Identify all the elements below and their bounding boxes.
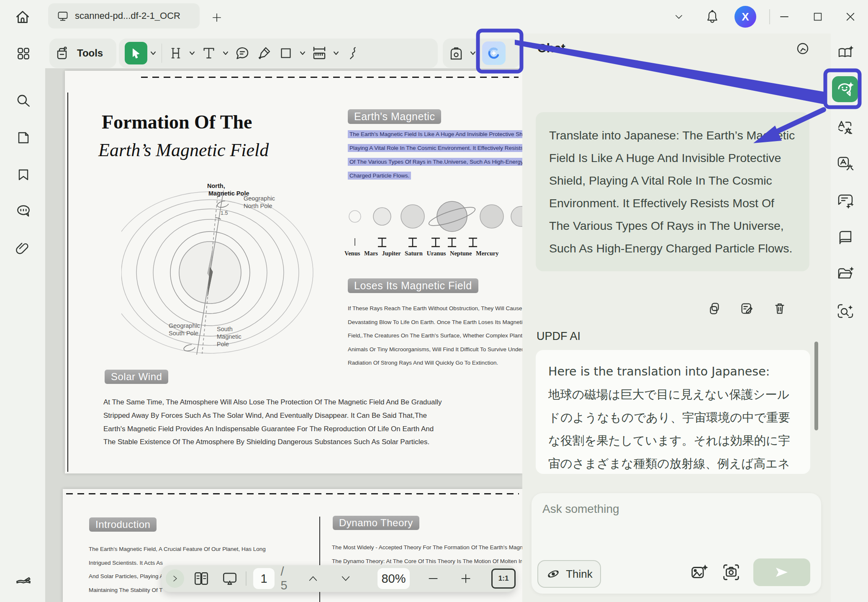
chat-history-button[interactable] [794, 39, 812, 58]
document-tab[interactable]: scanned-pd...df-2-1_OCR [48, 3, 200, 28]
presentation-button[interactable] [218, 567, 241, 590]
new-tab-button[interactable] [209, 10, 224, 25]
minus-icon [426, 572, 440, 585]
sidebar-panels-button[interactable] [13, 44, 33, 64]
zoom-out-button[interactable] [421, 567, 445, 590]
shape-tool-button[interactable] [275, 42, 297, 64]
section-badge-dynamo-theory: Dynamo Theory [333, 516, 419, 530]
think-label: Think [566, 568, 593, 581]
plus-icon [459, 572, 473, 585]
highlighted-line: Charged Particle Flows. [348, 172, 411, 180]
window-menu-button[interactable] [670, 8, 688, 26]
freehand-tool-button[interactable] [342, 42, 364, 64]
avatar[interactable]: X [734, 6, 756, 28]
next-page-button[interactable] [334, 567, 357, 590]
sidebar-bookmarks-button[interactable] [13, 165, 33, 185]
actual-size-button[interactable]: 1:1 [491, 569, 516, 589]
chat-input[interactable] [542, 502, 761, 549]
chevron-down-icon [222, 50, 229, 57]
ai-translate-text-button[interactable] [835, 118, 855, 138]
bookmark-icon [15, 166, 32, 183]
stamp-tool-dropdown[interactable] [467, 42, 479, 64]
sidebar-reader-button[interactable] [13, 567, 33, 587]
notifications-button[interactable] [703, 8, 722, 26]
chevron-up-icon [307, 572, 319, 585]
planet-uranus [480, 205, 503, 228]
pen-tool-button[interactable] [253, 42, 275, 64]
planets-caption: Venus Mars Jupiter Saturn Uranus Neptune… [344, 250, 498, 257]
message-actions [706, 301, 788, 316]
sidebar-attachments-button[interactable] [13, 238, 33, 258]
screenshot-button[interactable] [722, 563, 741, 584]
think-mode-button[interactable]: Think [537, 560, 601, 588]
minimize-button[interactable] [775, 8, 794, 26]
ai-file-button[interactable] [835, 264, 855, 284]
updf-app-window: scanned-pd...df-2-1_OCR X [0, 0, 868, 602]
select-tool-dropdown[interactable] [147, 42, 159, 64]
comment-tool-button[interactable] [231, 42, 253, 64]
select-tool-button[interactable] [125, 42, 147, 64]
delete-icon[interactable] [772, 301, 788, 316]
tools-button[interactable]: Tools [49, 39, 116, 68]
annotation-toolbar [119, 39, 438, 68]
pdf-page-1: Formation Of The Earth’s Magnetic Field [65, 71, 522, 473]
chevron-right-icon [171, 574, 179, 583]
measure-tool-dropdown[interactable] [330, 42, 342, 64]
maximize-icon [812, 11, 824, 23]
section-badge-introduction: Introduction [89, 517, 157, 532]
expand-bar-button[interactable] [166, 569, 184, 588]
previous-page-button[interactable] [302, 567, 325, 590]
chat-scrollbar[interactable] [814, 342, 818, 430]
heading-tool-button[interactable] [164, 42, 186, 64]
ai-summarize-button[interactable] [835, 44, 855, 64]
text-tool-button[interactable] [198, 42, 220, 64]
page-number-input[interactable]: 1 [253, 568, 275, 589]
send-button[interactable] [753, 558, 810, 586]
diagram-label-north-2: Magnetic Pole [208, 190, 249, 197]
text-tool-dropdown[interactable] [220, 42, 231, 64]
search-sparkle-icon [836, 303, 855, 321]
section-badge-loses-field: Loses Its Magnetic Field [348, 278, 478, 293]
ruler-icon [311, 45, 328, 62]
insert-image-button[interactable] [690, 563, 709, 584]
sidebar-pages-button[interactable] [13, 128, 33, 148]
planet-venus [349, 211, 361, 222]
home-button[interactable] [12, 6, 33, 28]
planets-figure [349, 200, 522, 252]
sidebar-search-button[interactable] [13, 91, 33, 111]
ai-translate-page-button[interactable] [835, 154, 855, 174]
toolbox-icon [54, 45, 70, 62]
solar-wind-paragraph: At The Same Time, The Atmosphere Will Al… [103, 396, 442, 449]
ai-writing-button[interactable] [835, 191, 855, 211]
chat-input-card: Think [532, 493, 821, 594]
ai-response-card[interactable]: Here is the translation into Japanese: 地… [536, 350, 810, 474]
zoom-in-button[interactable] [454, 567, 478, 590]
shape-tool-dropdown[interactable] [297, 42, 308, 64]
search-icon [15, 92, 32, 110]
zoom-level-input[interactable]: 80% [378, 568, 410, 589]
diagram-label-south-3: Pole [217, 341, 229, 347]
maximize-button[interactable] [809, 8, 827, 26]
sidebar-comments-button[interactable] [13, 201, 33, 221]
rectangle-icon [278, 45, 294, 61]
ai-assistant-button[interactable] [482, 41, 506, 65]
bell-icon [705, 9, 720, 24]
highlighted-text-block[interactable]: The Earth's Magnetic Field Is Like A Hug… [348, 130, 522, 185]
open-book-icon [14, 568, 33, 587]
pdf-viewport[interactable]: Formation Of The Earth’s Magnetic Field [45, 68, 522, 602]
reading-mode-button[interactable] [835, 228, 855, 248]
heading-tool-dropdown[interactable] [186, 42, 198, 64]
measure-tool-button[interactable] [308, 42, 330, 64]
stamp-tool-button[interactable] [445, 42, 467, 64]
edit-icon[interactable] [739, 301, 755, 316]
diagram-label-south-2: Magnetic [217, 333, 241, 340]
ai-chat-button-active[interactable] [832, 76, 858, 102]
user-message-bubble[interactable]: Translate into Japanese: The Earth’s Mag… [536, 112, 809, 271]
close-button[interactable] [841, 8, 860, 26]
titlebar-divider [769, 9, 770, 24]
copy-icon[interactable] [706, 301, 722, 316]
planet-saturn [437, 201, 467, 232]
two-page-view-button[interactable] [190, 567, 213, 590]
ai-search-button[interactable] [835, 302, 855, 322]
dynamo-paragraph: The Most Widely - Accepted Theory For Th… [332, 541, 522, 568]
